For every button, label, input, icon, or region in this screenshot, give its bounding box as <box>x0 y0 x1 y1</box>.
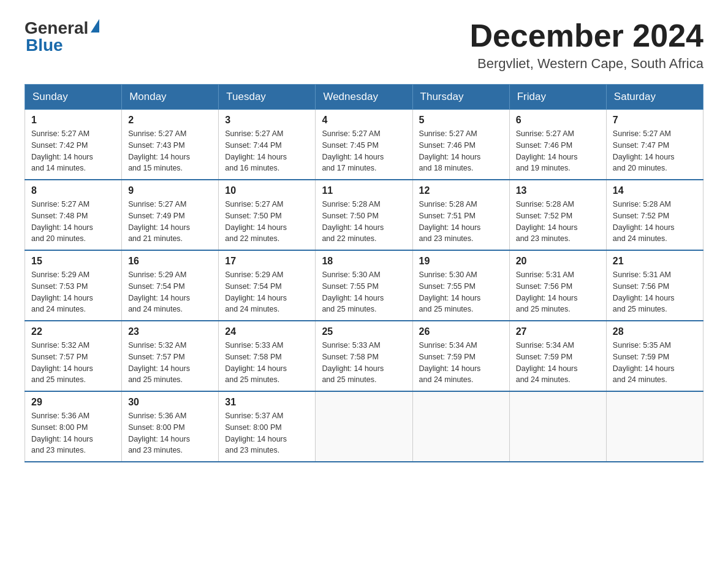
day-info: Sunrise: 5:27 AMSunset: 7:48 PMDaylight:… <box>31 199 115 245</box>
day-info: Sunrise: 5:30 AMSunset: 7:55 PMDaylight:… <box>322 269 406 315</box>
day-info: Sunrise: 5:33 AMSunset: 7:58 PMDaylight:… <box>225 340 309 386</box>
day-number: 18 <box>322 256 406 267</box>
calendar-cell: 4Sunrise: 5:27 AMSunset: 7:45 PMDaylight… <box>316 110 412 180</box>
logo-blue-text: Blue <box>26 36 63 55</box>
day-info: Sunrise: 5:27 AMSunset: 7:49 PMDaylight:… <box>128 199 212 245</box>
calendar-cell: 5Sunrise: 5:27 AMSunset: 7:46 PMDaylight… <box>412 110 509 180</box>
calendar-cell: 29Sunrise: 5:36 AMSunset: 8:00 PMDayligh… <box>25 391 122 462</box>
day-info: Sunrise: 5:37 AMSunset: 8:00 PMDaylight:… <box>225 410 309 456</box>
logo-triangle-icon <box>91 19 99 33</box>
calendar-cell: 11Sunrise: 5:28 AMSunset: 7:50 PMDayligh… <box>316 180 412 250</box>
calendar-cell: 9Sunrise: 5:27 AMSunset: 7:49 PMDaylight… <box>122 180 219 250</box>
day-number: 30 <box>128 397 212 408</box>
week-row-1: 1Sunrise: 5:27 AMSunset: 7:42 PMDaylight… <box>25 110 703 180</box>
day-info: Sunrise: 5:28 AMSunset: 7:52 PMDaylight:… <box>613 199 697 245</box>
calendar-cell: 15Sunrise: 5:29 AMSunset: 7:53 PMDayligh… <box>25 250 122 321</box>
day-number: 8 <box>31 185 115 196</box>
calendar-cell: 22Sunrise: 5:32 AMSunset: 7:57 PMDayligh… <box>25 321 122 391</box>
calendar-cell: 17Sunrise: 5:29 AMSunset: 7:54 PMDayligh… <box>219 250 316 321</box>
day-info: Sunrise: 5:32 AMSunset: 7:57 PMDaylight:… <box>31 340 115 386</box>
day-info: Sunrise: 5:35 AMSunset: 7:59 PMDaylight:… <box>613 340 697 386</box>
day-number: 22 <box>31 326 115 337</box>
calendar-cell: 8Sunrise: 5:27 AMSunset: 7:48 PMDaylight… <box>25 180 122 250</box>
day-info: Sunrise: 5:27 AMSunset: 7:42 PMDaylight:… <box>31 128 115 174</box>
day-number: 17 <box>225 256 309 267</box>
day-info: Sunrise: 5:27 AMSunset: 7:50 PMDaylight:… <box>225 199 309 245</box>
calendar-cell <box>606 391 703 462</box>
day-number: 10 <box>225 185 309 196</box>
day-number: 21 <box>613 256 697 267</box>
calendar-cell: 16Sunrise: 5:29 AMSunset: 7:54 PMDayligh… <box>122 250 219 321</box>
day-number: 11 <box>322 185 406 196</box>
calendar-cell: 23Sunrise: 5:32 AMSunset: 7:57 PMDayligh… <box>122 321 219 391</box>
day-info: Sunrise: 5:31 AMSunset: 7:56 PMDaylight:… <box>516 269 600 315</box>
day-info: Sunrise: 5:32 AMSunset: 7:57 PMDaylight:… <box>128 340 212 386</box>
calendar-cell: 13Sunrise: 5:28 AMSunset: 7:52 PMDayligh… <box>509 180 606 250</box>
day-number: 5 <box>419 115 503 126</box>
day-number: 27 <box>516 326 600 337</box>
calendar-cell: 21Sunrise: 5:31 AMSunset: 7:56 PMDayligh… <box>606 250 703 321</box>
day-info: Sunrise: 5:29 AMSunset: 7:54 PMDaylight:… <box>128 269 212 315</box>
calendar-cell: 31Sunrise: 5:37 AMSunset: 8:00 PMDayligh… <box>219 391 316 462</box>
day-info: Sunrise: 5:28 AMSunset: 7:51 PMDaylight:… <box>419 199 503 245</box>
day-info: Sunrise: 5:27 AMSunset: 7:46 PMDaylight:… <box>419 128 503 174</box>
header-sunday: Sunday <box>25 85 122 110</box>
header-friday: Friday <box>509 85 606 110</box>
calendar-cell: 20Sunrise: 5:31 AMSunset: 7:56 PMDayligh… <box>509 250 606 321</box>
calendar-table: Sunday Monday Tuesday Wednesday Thursday… <box>25 84 703 462</box>
day-number: 31 <box>225 397 309 408</box>
day-info: Sunrise: 5:28 AMSunset: 7:50 PMDaylight:… <box>322 199 406 245</box>
calendar-cell: 14Sunrise: 5:28 AMSunset: 7:52 PMDayligh… <box>606 180 703 250</box>
day-number: 6 <box>516 115 600 126</box>
calendar-cell: 10Sunrise: 5:27 AMSunset: 7:50 PMDayligh… <box>219 180 316 250</box>
day-info: Sunrise: 5:30 AMSunset: 7:55 PMDaylight:… <box>419 269 503 315</box>
logo: General Blue <box>25 18 99 55</box>
calendar-cell: 30Sunrise: 5:36 AMSunset: 8:00 PMDayligh… <box>122 391 219 462</box>
calendar-cell: 7Sunrise: 5:27 AMSunset: 7:47 PMDaylight… <box>606 110 703 180</box>
header-tuesday: Tuesday <box>219 85 316 110</box>
day-info: Sunrise: 5:27 AMSunset: 7:45 PMDaylight:… <box>322 128 406 174</box>
page-header: General Blue December 2024 Bergvliet, We… <box>25 18 703 72</box>
calendar-cell: 19Sunrise: 5:30 AMSunset: 7:55 PMDayligh… <box>412 250 509 321</box>
day-info: Sunrise: 5:27 AMSunset: 7:47 PMDaylight:… <box>613 128 697 174</box>
day-info: Sunrise: 5:36 AMSunset: 8:00 PMDaylight:… <box>31 410 115 456</box>
day-info: Sunrise: 5:29 AMSunset: 7:53 PMDaylight:… <box>31 269 115 315</box>
day-info: Sunrise: 5:31 AMSunset: 7:56 PMDaylight:… <box>613 269 697 315</box>
day-number: 26 <box>419 326 503 337</box>
day-number: 12 <box>419 185 503 196</box>
day-number: 20 <box>516 256 600 267</box>
day-number: 23 <box>128 326 212 337</box>
calendar-cell: 24Sunrise: 5:33 AMSunset: 7:58 PMDayligh… <box>219 321 316 391</box>
header-monday: Monday <box>122 85 219 110</box>
day-info: Sunrise: 5:27 AMSunset: 7:46 PMDaylight:… <box>516 128 600 174</box>
calendar-cell: 25Sunrise: 5:33 AMSunset: 7:58 PMDayligh… <box>316 321 412 391</box>
day-info: Sunrise: 5:34 AMSunset: 7:59 PMDaylight:… <box>419 340 503 386</box>
day-number: 14 <box>613 185 697 196</box>
calendar-cell: 6Sunrise: 5:27 AMSunset: 7:46 PMDaylight… <box>509 110 606 180</box>
day-number: 13 <box>516 185 600 196</box>
day-number: 28 <box>613 326 697 337</box>
day-number: 3 <box>225 115 309 126</box>
day-info: Sunrise: 5:27 AMSunset: 7:44 PMDaylight:… <box>225 128 309 174</box>
day-number: 25 <box>322 326 406 337</box>
day-info: Sunrise: 5:28 AMSunset: 7:52 PMDaylight:… <box>516 199 600 245</box>
day-number: 19 <box>419 256 503 267</box>
day-number: 1 <box>31 115 115 126</box>
week-row-5: 29Sunrise: 5:36 AMSunset: 8:00 PMDayligh… <box>25 391 703 462</box>
calendar-cell: 27Sunrise: 5:34 AMSunset: 7:59 PMDayligh… <box>509 321 606 391</box>
title-area: December 2024 Bergvliet, Western Cape, S… <box>469 18 703 72</box>
day-info: Sunrise: 5:36 AMSunset: 8:00 PMDaylight:… <box>128 410 212 456</box>
day-number: 9 <box>128 185 212 196</box>
location-title: Bergvliet, Western Cape, South Africa <box>469 56 703 72</box>
calendar-cell: 12Sunrise: 5:28 AMSunset: 7:51 PMDayligh… <box>412 180 509 250</box>
day-info: Sunrise: 5:34 AMSunset: 7:59 PMDaylight:… <box>516 340 600 386</box>
day-number: 4 <box>322 115 406 126</box>
day-number: 29 <box>31 397 115 408</box>
day-number: 16 <box>128 256 212 267</box>
day-number: 7 <box>613 115 697 126</box>
calendar-cell <box>509 391 606 462</box>
day-number: 15 <box>31 256 115 267</box>
calendar-cell: 28Sunrise: 5:35 AMSunset: 7:59 PMDayligh… <box>606 321 703 391</box>
day-info: Sunrise: 5:27 AMSunset: 7:43 PMDaylight:… <box>128 128 212 174</box>
week-row-3: 15Sunrise: 5:29 AMSunset: 7:53 PMDayligh… <box>25 250 703 321</box>
